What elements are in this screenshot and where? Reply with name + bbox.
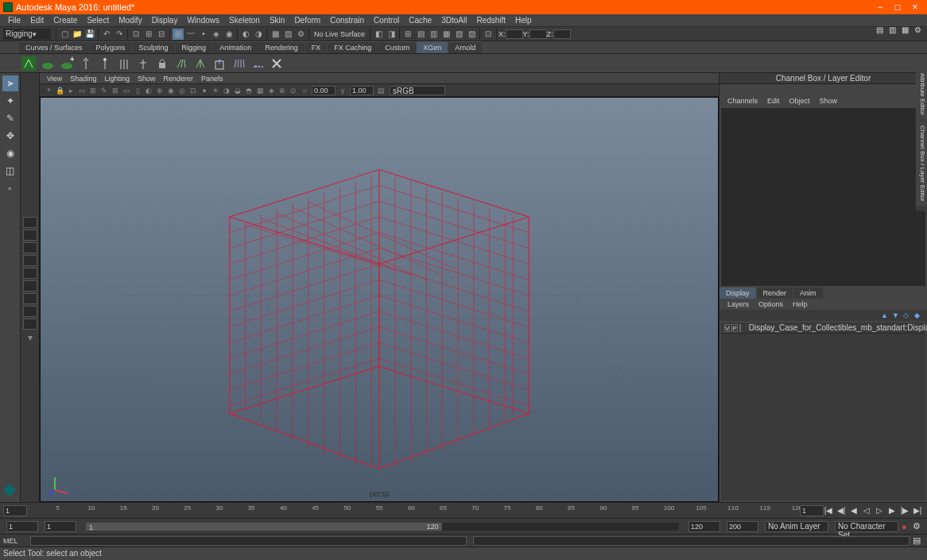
tab-polygons[interactable]: Polygons: [90, 41, 132, 53]
range-end-inner-input[interactable]: [688, 521, 720, 532]
panel5-icon[interactable]: ▨: [466, 29, 477, 40]
redo-icon[interactable]: ↷: [114, 29, 125, 40]
range-slider-thumb[interactable]: 1120: [86, 523, 442, 531]
xgen-add-icon[interactable]: +: [59, 56, 75, 71]
vp-gate-mask-icon[interactable]: ◐: [144, 86, 153, 95]
command-input[interactable]: [30, 536, 467, 546]
vp-grid-icon[interactable]: ⊞: [111, 86, 120, 95]
x-input[interactable]: [506, 29, 523, 39]
minimize-button[interactable]: −: [871, 1, 889, 14]
layout-three-icon[interactable]: [23, 268, 37, 279]
tab-arnold[interactable]: Arnold: [448, 41, 482, 53]
xgen-lock-icon[interactable]: [154, 56, 170, 71]
menu-windows[interactable]: Windows: [182, 16, 224, 25]
vp-exposure-input[interactable]: [312, 86, 336, 95]
layer-display-type-toggle[interactable]: [739, 324, 741, 332]
vp-safe-action-icon[interactable]: ◉: [166, 86, 176, 95]
y-input[interactable]: [529, 29, 547, 39]
tab-sculpting[interactable]: Sculpting: [133, 41, 175, 53]
go-to-end-icon[interactable]: ▶|: [912, 505, 923, 516]
maximize-button[interactable]: □: [889, 1, 906, 14]
xgen-export-icon[interactable]: [211, 56, 227, 71]
render-settings-icon[interactable]: ⚙: [295, 29, 306, 40]
layout-single-icon[interactable]: [23, 217, 37, 228]
rotate-tool-icon[interactable]: ◉: [2, 145, 18, 161]
vp-smooth-shade-icon[interactable]: ●: [200, 86, 209, 95]
render-icon[interactable]: ▦: [270, 29, 281, 40]
paint-tool-icon[interactable]: ✎: [2, 110, 18, 126]
xgen-create-icon[interactable]: [21, 56, 37, 71]
layer-row[interactable]: V P Display_Case_for_Collectibles_mb_sta…: [721, 322, 925, 334]
menu-create[interactable]: Create: [48, 16, 82, 25]
history-off-icon[interactable]: ◑: [253, 29, 264, 40]
snap-curve-icon[interactable]: 〰: [185, 29, 196, 40]
step-forward-key-icon[interactable]: |▶: [899, 505, 910, 516]
step-back-key-icon[interactable]: ◀|: [836, 505, 847, 516]
input-line-icon[interactable]: ◨: [386, 29, 397, 40]
tab-rigging[interactable]: Rigging: [176, 41, 213, 53]
vp-resolution-gate-icon[interactable]: ▯: [133, 86, 142, 95]
vp-menu-lighting[interactable]: Lighting: [100, 75, 134, 83]
snap-grid-icon[interactable]: ⊞: [173, 29, 184, 40]
select-object-icon[interactable]: ⊞: [143, 29, 154, 40]
layout-hypershade-icon[interactable]: [23, 306, 37, 317]
channel-menu-channels[interactable]: Channels: [723, 97, 762, 105]
xgen-clump-icon[interactable]: [231, 56, 246, 71]
vp-wireframe-icon[interactable]: ⊡: [188, 86, 198, 95]
vp-2d-pan-icon[interactable]: ⊞: [88, 86, 98, 95]
ipr-render-icon[interactable]: ▨: [282, 29, 293, 40]
layer-tab-render[interactable]: Render: [757, 288, 793, 299]
layer-menu-help[interactable]: Help: [788, 300, 813, 308]
layer-visibility-toggle[interactable]: V: [724, 324, 730, 332]
vp-shadows-icon[interactable]: ◑: [222, 86, 231, 95]
new-scene-icon[interactable]: ▢: [59, 29, 70, 40]
step-back-icon[interactable]: ◀: [848, 505, 859, 516]
range-end-outer-input[interactable]: [727, 521, 758, 532]
xgen-groom1-icon[interactable]: [173, 56, 189, 71]
auto-key-icon[interactable]: ●: [902, 522, 913, 531]
history-on-icon[interactable]: ◐: [240, 29, 251, 40]
range-start-inner-input[interactable]: [45, 521, 76, 532]
xgen-guide1-icon[interactable]: [78, 56, 94, 71]
move-tool-icon[interactable]: ✥: [2, 128, 18, 144]
range-slider[interactable]: 1120: [86, 523, 679, 531]
snap-live-icon[interactable]: ◉: [223, 29, 235, 40]
vp-select-camera-icon[interactable]: ⌖: [44, 86, 53, 95]
tab-fx-caching[interactable]: FX Caching: [328, 41, 378, 53]
menu-constrain[interactable]: Constrain: [325, 16, 369, 25]
menu-deform[interactable]: Deform: [289, 16, 325, 25]
menu-help[interactable]: Help: [510, 16, 537, 25]
panel3-icon[interactable]: ▦: [440, 29, 452, 40]
xgen-guide4-icon[interactable]: [135, 56, 151, 71]
layout-outliner-icon[interactable]: [23, 280, 37, 292]
menu-control[interactable]: Control: [369, 16, 404, 25]
vp-menu-show[interactable]: Show: [134, 75, 160, 83]
layer-move-down-icon[interactable]: ▼: [892, 311, 900, 319]
play-back-icon[interactable]: ◁: [861, 505, 872, 516]
menu-file[interactable]: File: [3, 16, 25, 25]
vp-menu-shading[interactable]: Shading: [66, 75, 100, 83]
layer-new-selected-icon[interactable]: ◆: [914, 311, 922, 319]
vp-use-lights-icon[interactable]: ☀: [211, 86, 220, 95]
character-set-dropdown[interactable]: No Character Set: [835, 521, 898, 532]
last-tool-icon[interactable]: ▫: [2, 180, 18, 196]
layer-move-up-icon[interactable]: ▲: [881, 311, 889, 319]
channel-menu-object[interactable]: Object: [785, 97, 815, 105]
vp-gamma-input[interactable]: [350, 86, 374, 95]
select-tool-icon[interactable]: ➤: [2, 75, 18, 91]
vp-ao-icon[interactable]: ◒: [233, 86, 242, 95]
snap-plane-icon[interactable]: ◈: [211, 29, 222, 40]
vp-exposure-icon[interactable]: ☼: [300, 86, 309, 95]
layer-tab-display[interactable]: Display: [719, 288, 756, 299]
menu-skin[interactable]: Skin: [265, 16, 289, 25]
xgen-guide2-icon[interactable]: [97, 56, 113, 71]
vp-view-transform-icon[interactable]: ▤: [376, 86, 386, 95]
xgen-description-icon[interactable]: [40, 56, 56, 71]
prefs-icon[interactable]: ⚙: [913, 521, 924, 531]
layer-playback-toggle[interactable]: P: [731, 324, 737, 332]
vp-lock-camera-icon[interactable]: 🔒: [55, 86, 64, 95]
vp-menu-view[interactable]: View: [43, 75, 66, 83]
tab-curves-surfaces[interactable]: Curves / Surfaces: [19, 41, 89, 53]
vp-xray-icon[interactable]: ◈: [266, 86, 276, 95]
vp-motion-blur-icon[interactable]: ◓: [244, 86, 254, 95]
